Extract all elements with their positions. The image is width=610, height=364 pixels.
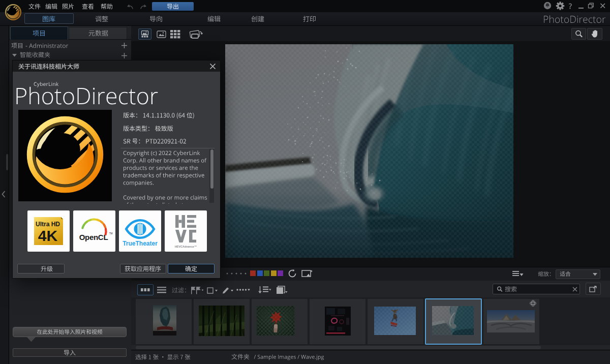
- svg-text:OpenCL: OpenCL: [79, 233, 108, 241]
- svg-text:4K: 4K: [38, 227, 58, 244]
- svg-text:Ultra HD: Ultra HD: [36, 221, 60, 228]
- svg-text:TrueTheater: TrueTheater: [123, 240, 158, 247]
- svg-text:TM: TM: [109, 232, 113, 235]
- svg-text:HEVCAdvance™: HEVCAdvance™: [175, 245, 197, 248]
